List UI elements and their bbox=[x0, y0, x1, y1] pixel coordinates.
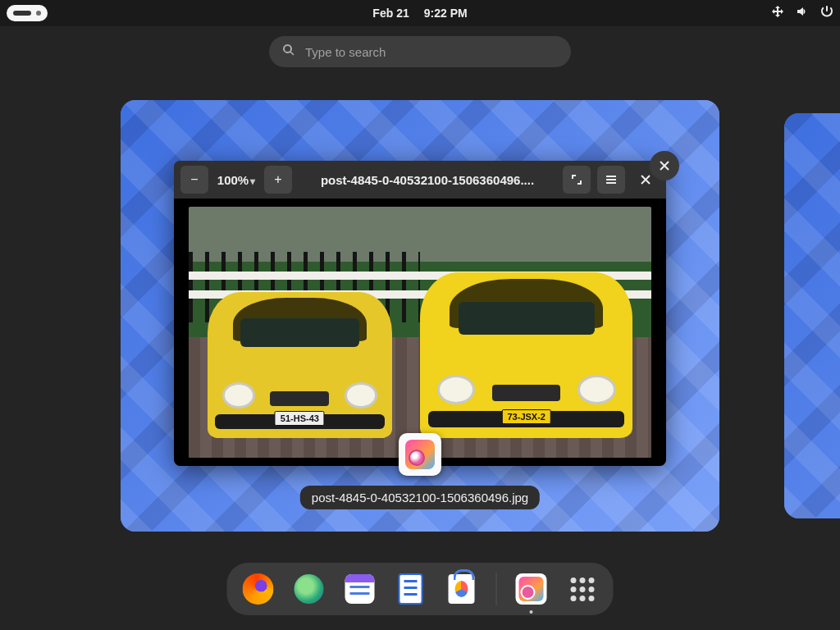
running-indicator bbox=[530, 610, 533, 614]
clock-time: 9:22 PM bbox=[424, 7, 468, 20]
wallpaper bbox=[784, 113, 840, 518]
overview-close-window-button[interactable] bbox=[650, 151, 679, 180]
volume-icon bbox=[796, 5, 809, 21]
window-app-icon bbox=[399, 433, 441, 476]
top-bar: Feb 21 9:22 PM bbox=[0, 0, 840, 26]
todo-icon bbox=[399, 573, 423, 605]
dock-app-calendar[interactable] bbox=[344, 573, 377, 605]
window-image-viewer[interactable]: − 100%▾ + post-4845-0-40532100-150636049… bbox=[174, 161, 666, 466]
workspace-thumbnail-next[interactable] bbox=[784, 113, 840, 518]
search-icon bbox=[282, 43, 295, 60]
calendar-icon bbox=[345, 574, 375, 604]
workspace-indicator-active bbox=[13, 11, 31, 16]
dash bbox=[227, 563, 614, 615]
globe-icon bbox=[294, 574, 324, 604]
image-canvas[interactable]: 51-HS-43 73-JSX-2 bbox=[174, 199, 666, 466]
software-icon bbox=[449, 574, 475, 604]
dock-app-software[interactable] bbox=[445, 573, 478, 605]
dock-app-todo[interactable] bbox=[395, 573, 427, 605]
window-caption: post-4845-0-40532100-1506360496.jpg bbox=[300, 486, 540, 509]
search-input[interactable] bbox=[305, 45, 558, 59]
workspace-thumbnail[interactable]: − 100%▾ + post-4845-0-40532100-150636049… bbox=[121, 100, 719, 532]
window-title: post-4845-0-40532100-1506360496.... bbox=[299, 173, 556, 187]
photo-car-left: 51-HS-43 bbox=[208, 292, 393, 437]
image-viewer-icon bbox=[516, 573, 547, 605]
fullscreen-button[interactable] bbox=[563, 166, 591, 194]
dock-app-firefox[interactable] bbox=[242, 573, 275, 605]
clock-date: Feb 21 bbox=[372, 7, 409, 20]
apps-grid-icon bbox=[570, 578, 594, 601]
zoom-level[interactable]: 100%▾ bbox=[215, 173, 258, 187]
status-area[interactable] bbox=[771, 0, 833, 26]
power-icon bbox=[820, 5, 833, 21]
activities-button[interactable] bbox=[7, 5, 48, 21]
menu-button[interactable] bbox=[597, 166, 625, 194]
chevron-down-icon: ▾ bbox=[250, 176, 255, 187]
network-icon bbox=[771, 5, 784, 21]
clock[interactable]: Feb 21 9:22 PM bbox=[372, 7, 467, 20]
show-apps-button[interactable] bbox=[566, 573, 599, 605]
license-plate-left: 51-HS-43 bbox=[275, 411, 325, 426]
license-plate-right: 73-JSX-2 bbox=[501, 409, 550, 424]
overview-search[interactable] bbox=[269, 36, 571, 67]
dock-app-image-viewer[interactable] bbox=[515, 573, 548, 605]
zoom-in-button[interactable]: + bbox=[264, 166, 292, 194]
dock-separator bbox=[496, 573, 497, 605]
dock-app-web[interactable] bbox=[293, 573, 326, 605]
window-headerbar: − 100%▾ + post-4845-0-40532100-150636049… bbox=[174, 161, 666, 199]
photo-car-right: 73-JSX-2 bbox=[420, 272, 632, 438]
firefox-icon bbox=[243, 573, 274, 605]
zoom-out-button[interactable]: − bbox=[180, 166, 208, 194]
image-viewer-icon bbox=[405, 440, 435, 469]
photo-content: 51-HS-43 73-JSX-2 bbox=[189, 207, 651, 458]
workspace-indicator bbox=[36, 11, 41, 16]
